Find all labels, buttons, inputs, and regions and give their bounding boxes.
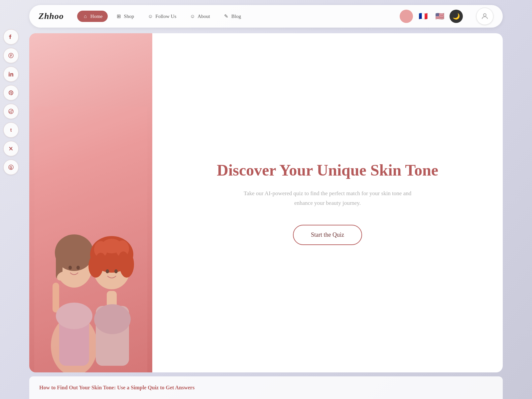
tumblr-social-button[interactable]: t [3, 122, 19, 138]
start-quiz-button[interactable]: Start the Quiz [293, 225, 362, 245]
follow-icon: ☺ [147, 13, 153, 19]
navbar: Zhhoo ⌂ Home ⊞ Shop ☺ Follow Us ☺ About … [29, 5, 503, 28]
nav-shop[interactable]: ⊞ Shop [110, 11, 139, 22]
social-sidebar: t [3, 29, 19, 175]
bottom-section: How to Find Out Your Skin Tone: Use a Si… [29, 376, 503, 399]
flag-pink-button[interactable] [400, 10, 413, 23]
dark-mode-button[interactable]: 🌙 [450, 10, 463, 23]
telegram-social-button[interactable] [3, 104, 19, 119]
hero-subtitle: Take our AI-powered quiz to find the per… [238, 189, 417, 208]
pinterest-social-button[interactable] [3, 85, 19, 100]
linkedin-social-button[interactable] [3, 66, 19, 82]
blog-icon: ✎ [223, 13, 229, 19]
image-panel [29, 33, 152, 372]
article-link[interactable]: How to Find Out Your Skin Tone: Use a Si… [39, 385, 195, 391]
nav-right: 🇫🇷 🇺🇸 🌙 [400, 8, 493, 25]
tumblr-icon: t [10, 127, 12, 133]
about-icon: ☺ [190, 13, 196, 19]
svg-rect-2 [9, 73, 10, 76]
whatsapp-social-button[interactable] [3, 160, 19, 175]
message-social-button[interactable] [3, 48, 19, 63]
facebook-social-button[interactable] [3, 29, 19, 45]
svg-rect-31 [34, 106, 147, 372]
logo-z: Z [39, 11, 44, 21]
nav-home[interactable]: ⌂ Home [77, 11, 108, 22]
nav-about[interactable]: ☺ About [184, 11, 215, 22]
svg-point-3 [9, 72, 10, 73]
svg-point-4 [9, 109, 13, 114]
brand-logo[interactable]: Zhhoo [39, 11, 64, 21]
hero-title: Discover Your Unique Skin Tone [217, 161, 438, 180]
flag-usa-button[interactable]: 🇺🇸 [433, 10, 446, 23]
nav-links: ⌂ Home ⊞ Shop ☺ Follow Us ☺ About ✎ Blog [77, 11, 400, 22]
user-profile-button[interactable] [476, 8, 493, 25]
women-illustration [34, 106, 147, 372]
nav-blog[interactable]: ✎ Blog [218, 11, 246, 22]
hero-image [29, 33, 152, 372]
home-icon: ⌂ [82, 13, 88, 19]
logo-rest: hhoo [44, 11, 64, 21]
shop-icon: ⊞ [116, 13, 122, 19]
flag-france-button[interactable]: 🇫🇷 [416, 10, 430, 23]
nav-follow[interactable]: ☺ Follow Us [142, 11, 182, 22]
content-panel: Discover Your Unique Skin Tone Take our … [152, 33, 503, 372]
svg-point-0 [483, 14, 486, 16]
main-content: Discover Your Unique Skin Tone Take our … [29, 33, 503, 372]
x-social-button[interactable] [3, 141, 19, 156]
